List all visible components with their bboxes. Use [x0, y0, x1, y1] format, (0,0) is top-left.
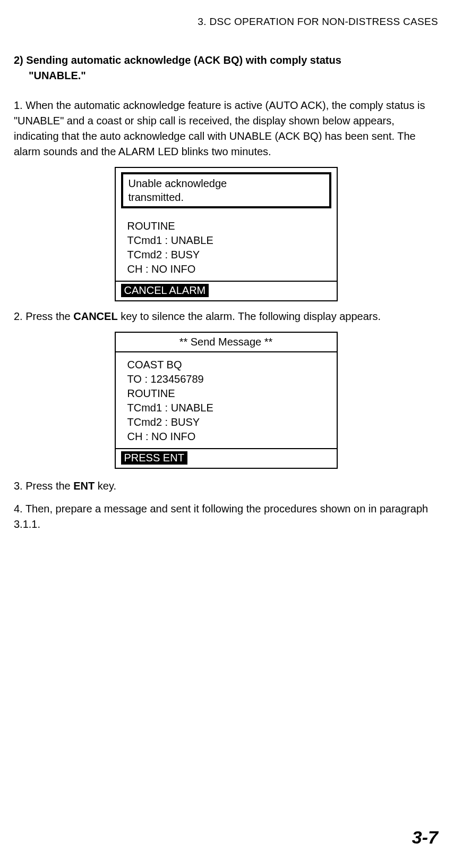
- display-1-body: ROUTINE TCmd1 : UNABLE TCmd2 : BUSY CH :…: [116, 214, 337, 281]
- step-3-prefix: 3. Press the: [14, 480, 73, 492]
- section-title: 2) Sending automatic acknowledge (ACK BQ…: [14, 54, 438, 66]
- display-2: ** Send Message ** COAST BQ TO : 1234567…: [115, 332, 338, 469]
- page-header: 3. DSC OPERATION FOR NON-DISTRESS CASES: [14, 16, 438, 28]
- display-1-footer: CANCEL ALARM: [116, 281, 337, 300]
- step-4: 4. Then, prepare a message and sent it f…: [14, 501, 438, 532]
- step-2-text: 2. Press the CANCEL key to silence the a…: [14, 309, 438, 324]
- step-2-prefix: 2. Press the: [14, 310, 73, 322]
- display-2-line4: TCmd1 : UNABLE: [127, 401, 331, 415]
- display-2-body: COAST BQ TO : 123456789 ROUTINE TCmd1 : …: [116, 352, 337, 448]
- step-2-suffix: key to silence the alarm. The following …: [118, 310, 381, 322]
- display-2-footer: PRESS ENT: [116, 448, 337, 468]
- press-ent-label: PRESS ENT: [121, 451, 187, 465]
- step-1-text: 1. When the automatic acknowledge featur…: [14, 98, 438, 159]
- display-1-line3: TCmd2 : BUSY: [127, 248, 331, 262]
- cancel-key: CANCEL: [73, 310, 117, 322]
- display-1-line4: CH : NO INFO: [127, 262, 331, 276]
- step-3-suffix: key.: [95, 480, 116, 492]
- step-3: 3. Press the ENT key.: [14, 478, 438, 494]
- step-1: 1. When the automatic acknowledge featur…: [14, 98, 438, 159]
- section-title-sub: "UNABLE.": [14, 70, 438, 82]
- step-1-body: When the automatic acknowledge feature i…: [14, 99, 425, 157]
- ent-key: ENT: [73, 480, 95, 492]
- step-3-text: 3. Press the ENT key.: [14, 478, 438, 494]
- chapter-title: 3. DSC OPERATION FOR NON-DISTRESS CASES: [198, 16, 438, 27]
- section-heading: 2) Sending automatic acknowledge (ACK BQ…: [14, 54, 438, 82]
- display-1-line1: ROUTINE: [127, 219, 331, 233]
- display-1: Unable acknowledge transmitted. ROUTINE …: [115, 167, 338, 301]
- display-2-header: ** Send Message **: [116, 333, 337, 352]
- step-1-prefix: 1.: [14, 99, 25, 111]
- page-number: 3-7: [412, 827, 438, 848]
- display-2-line5: TCmd2 : BUSY: [127, 415, 331, 429]
- cancel-alarm-label: CANCEL ALARM: [121, 284, 209, 297]
- display-1-alert: Unable acknowledge transmitted.: [121, 172, 331, 208]
- step-2: 2. Press the CANCEL key to silence the a…: [14, 309, 438, 324]
- display-1-alert-line2: transmitted.: [129, 190, 324, 204]
- display-2-line3: ROUTINE: [127, 386, 331, 401]
- display-2-line2: TO : 123456789: [127, 372, 331, 386]
- display-1-alert-line1: Unable acknowledge: [129, 176, 324, 190]
- display-2-line6: CH : NO INFO: [127, 429, 331, 444]
- step-4-text: 4. Then, prepare a message and sent it f…: [14, 501, 438, 532]
- display-1-line2: TCmd1 : UNABLE: [127, 233, 331, 248]
- display-2-line1: COAST BQ: [127, 358, 331, 372]
